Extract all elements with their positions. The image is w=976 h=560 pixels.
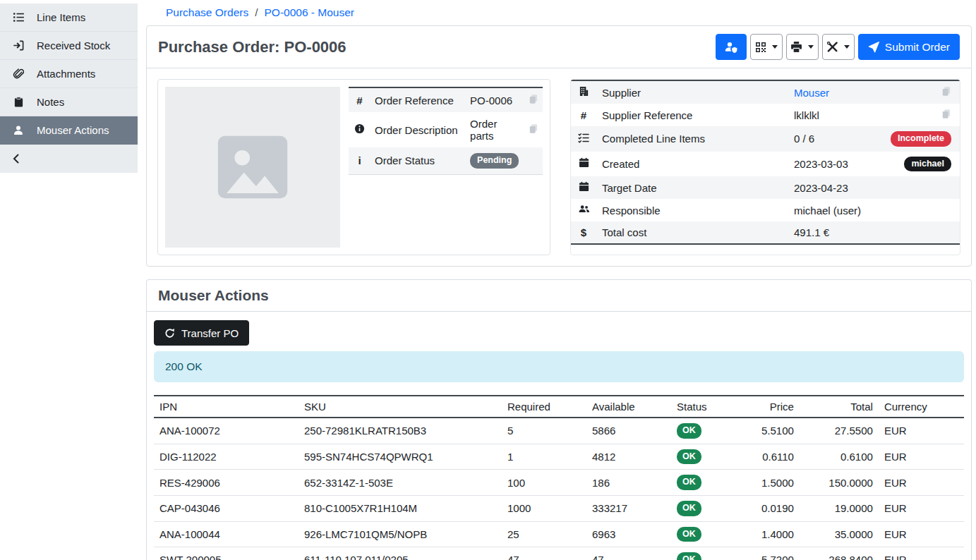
detail-value: 2023-03-03 [788, 152, 875, 177]
sidebar-collapse-button[interactable] [0, 145, 138, 173]
sidebar-item-mouser-actions[interactable]: Mouser Actions [0, 116, 138, 145]
cell-available: 4812 [586, 444, 671, 470]
cell-currency: EUR [879, 444, 964, 470]
caret-down-icon [808, 45, 814, 49]
printer-icon [790, 41, 802, 53]
paperclip-icon [11, 68, 26, 80]
cell-required: 47 [502, 547, 586, 560]
cell-ipn: CAP-043046 [154, 495, 299, 521]
user-icon [11, 125, 26, 136]
submit-order-button[interactable]: Submit Order [858, 34, 960, 60]
order-details-section: # Order Reference PO-0006 Order Descript… [147, 68, 971, 266]
order-details-table: # Order Reference PO-0006 Order Descript… [349, 87, 543, 175]
list-icon [11, 11, 26, 23]
cell-required: 25 [502, 521, 586, 547]
main-content: Purchase Orders / PO-0006 - Mouser Purch… [138, 0, 976, 560]
cell-total: 19.0000 [800, 495, 879, 521]
detail-row-target-date: Target Date 2023-04-23 [571, 176, 960, 199]
transfer-po-label: Transfer PO [181, 327, 239, 339]
line-items-table: IPN SKU Required Available Status Price … [154, 395, 964, 560]
cell-ipn: SWT-200005 [154, 547, 299, 560]
cell-required: 100 [502, 470, 586, 496]
user-shield-icon [725, 41, 737, 54]
page-title: Purchase Order: PO-0006 [158, 38, 347, 56]
refresh-icon [164, 328, 175, 339]
cell-currency: EUR [879, 418, 964, 444]
cell-available: 47 [586, 547, 671, 560]
order-card: Purchase Order: PO-0006 [146, 25, 972, 267]
sign-in-icon [11, 39, 26, 51]
print-actions-button[interactable] [786, 34, 819, 60]
sidebar-item-notes[interactable]: Notes [0, 88, 138, 116]
cell-price: 5.5100 [756, 418, 800, 444]
cell-sku: 250-72981KLRATR150B3 [299, 418, 502, 444]
col-ipn: IPN [154, 396, 299, 418]
copy-icon[interactable] [941, 109, 951, 119]
cell-currency: EUR [879, 495, 964, 521]
copy-icon[interactable] [529, 123, 538, 134]
status-badge: Pending [470, 153, 519, 169]
detail-label: Order Reference [370, 87, 466, 112]
paper-plane-icon [868, 42, 879, 53]
status-alert: 200 OK [154, 351, 964, 382]
sidebar-item-label: Line Items [37, 11, 85, 23]
detail-row-responsible: Responsible michael (user) [571, 199, 960, 221]
ok-badge: OK [677, 423, 701, 439]
panel-title: Mouser Actions [158, 287, 960, 304]
detail-row-created: Created 2023-03-03 michael [571, 152, 960, 177]
table-row: SWT-200005 611-110.107.011/0205 47 47 OK… [154, 547, 964, 560]
detail-row-order-reference: # Order Reference PO-0006 [349, 87, 543, 112]
cell-total: 268.8400 [800, 547, 879, 560]
cell-status: OK [671, 444, 756, 470]
cell-sku: 652-3314Z-1-503E [299, 470, 502, 496]
cell-sku: 595-SN74HCS74QPWRQ1 [299, 444, 502, 470]
sidebar-item-received-stock[interactable]: Received Stock [0, 32, 138, 60]
image-placeholder-icon [211, 126, 294, 209]
sidebar-item-line-items[interactable]: Line Items [0, 4, 138, 32]
col-available: Available [586, 396, 671, 418]
app-root: Line Items Received Stock Attachments No… [0, 0, 976, 560]
hash-icon: # [581, 109, 586, 121]
breadcrumb-purchase-orders[interactable]: Purchase Orders [166, 6, 248, 19]
detail-value: michael (user) [788, 199, 875, 221]
building-icon [579, 86, 589, 97]
info-circle-icon [354, 123, 365, 134]
barcode-actions-button[interactable] [750, 34, 783, 60]
cell-price: 1.4000 [756, 521, 800, 547]
detail-label: Responsible [596, 199, 788, 221]
copy-icon[interactable] [941, 86, 951, 97]
detail-label: Supplier [596, 80, 788, 104]
sidebar-item-label: Notes [37, 96, 64, 108]
cell-total: 150.0000 [800, 470, 879, 496]
detail-label: Order Description [370, 112, 466, 147]
cell-required: 5 [502, 418, 586, 444]
cell-currency: EUR [879, 521, 964, 547]
tools-icon [826, 41, 838, 53]
ok-badge: OK [677, 475, 701, 490]
order-actions-button[interactable] [822, 34, 855, 60]
cell-ipn: ANA-100044 [154, 521, 299, 547]
breadcrumb-current-order[interactable]: PO-0006 - Mouser [264, 6, 354, 19]
supplier-link[interactable]: Mouser [794, 87, 829, 99]
chevron-left-icon [11, 153, 22, 164]
table-row: DIG-112022 595-SN74HCS74QPWRQ1 1 4812 OK… [154, 444, 964, 470]
detail-value: 0 / 6 [788, 126, 875, 152]
sidebar-item-attachments[interactable]: Attachments [0, 60, 138, 88]
detail-value: lklklkl [788, 104, 875, 126]
cell-available: 186 [586, 470, 671, 496]
mouser-actions-body: Transfer PO 200 OK IPN SKU Required Avai… [147, 312, 971, 560]
caret-down-icon [772, 45, 778, 49]
detail-value: 491.1 € [788, 221, 875, 244]
detail-label: Total cost [596, 221, 788, 244]
breadcrumb: Purchase Orders / PO-0006 - Mouser [146, 4, 972, 25]
copy-icon[interactable] [529, 94, 538, 104]
col-status: Status [671, 396, 756, 418]
col-total: Total [800, 396, 879, 418]
issue-order-button[interactable] [716, 34, 747, 60]
cell-ipn: ANA-100072 [154, 418, 299, 444]
table-row: ANA-100072 250-72981KLRATR150B3 5 5866 O… [154, 418, 964, 444]
transfer-po-button[interactable]: Transfer PO [154, 320, 249, 346]
cell-price: 0.6110 [756, 444, 800, 470]
sidebar-item-label: Received Stock [37, 39, 110, 51]
cell-ipn: RES-429006 [154, 470, 299, 496]
